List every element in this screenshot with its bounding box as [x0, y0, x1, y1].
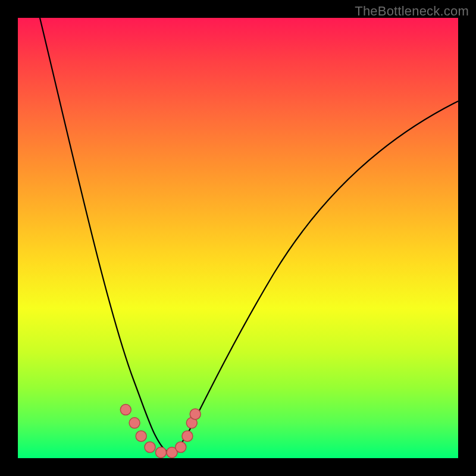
bottleneck-curve	[18, 18, 458, 458]
curve-marker	[176, 442, 186, 453]
curve-path	[40, 18, 458, 452]
curve-marker	[156, 447, 167, 458]
curve-marker	[182, 431, 193, 441]
curve-marker	[120, 405, 131, 415]
curve-marker	[129, 418, 140, 428]
curve-marker	[190, 409, 201, 419]
watermark-text: TheBottleneck.com	[355, 4, 469, 19]
curve-markers	[120, 405, 201, 458]
chart-plot-area	[18, 18, 458, 458]
curve-marker	[136, 431, 146, 441]
curve-marker	[145, 442, 155, 453]
